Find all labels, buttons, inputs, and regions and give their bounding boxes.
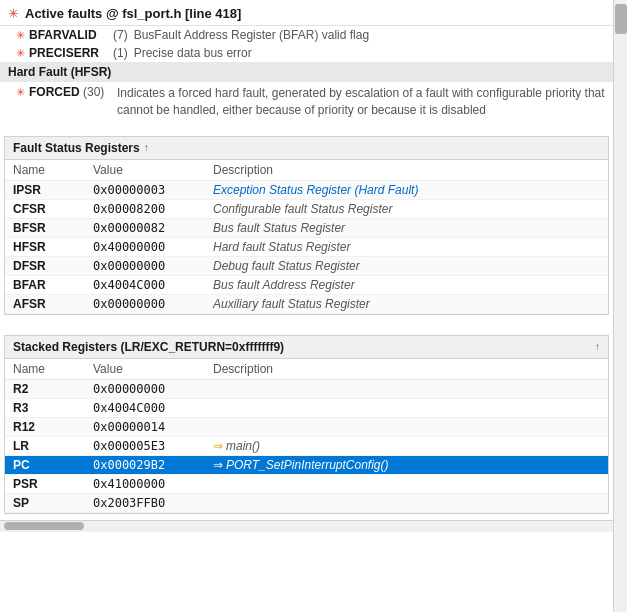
stacked-register-value: 0x2003FFB0 [85,493,205,512]
main-container[interactable]: ✳ Active faults @ fsl_port.h [line 418] … [0,0,627,612]
fault-status-table: Name Value Description IPSR0x00000003Exc… [5,160,608,314]
table-row[interactable]: BFAR0x4004C000Bus fault Address Register [5,275,608,294]
col-header-name: Name [5,160,85,181]
fault-name-forced: FORCED [29,85,79,99]
table-row[interactable]: DFSR0x00000000Debug fault Status Registe… [5,256,608,275]
horizontal-scrollbar[interactable] [0,520,613,532]
stacked-registers-tbody: R20x00000000R30x4004C000R120x00000014LR0… [5,379,608,512]
active-faults-title: Active faults @ fsl_port.h [line 418] [25,6,241,21]
col-header-description: Description [205,160,608,181]
stacked-register-description: ⇒main() [205,436,608,455]
register-value: 0x40000000 [85,237,205,256]
register-description: Configurable fault Status Register [205,199,608,218]
register-value: 0x4004C000 [85,275,205,294]
stacked-registers-title: Stacked Registers (LR/EXC_RETURN=0xfffff… [13,340,284,354]
stacked-register-name: R2 [5,379,85,398]
fault-desc-forced: Indicates a forced hard fault, generated… [117,85,619,119]
register-description: Debug fault Status Register [205,256,608,275]
register-name: BFSR [5,218,85,237]
table-row[interactable]: R20x00000000 [5,379,608,398]
fault-item-forced: ✳ FORCED (30) Indicates a forced hard fa… [0,82,627,122]
stacked-register-name: R12 [5,417,85,436]
stacked-register-description: ⇒PORT_SetPinInterruptConfig() [205,455,608,474]
fault-status-registers-header: Fault Status Registers ↑ [5,137,608,160]
bus-fault-items: ✳ BFARVALID (7) BusFault Address Registe… [0,26,627,62]
fault-value-preciserr: (1) [113,46,128,60]
stacked-register-value: 0x4004C000 [85,398,205,417]
table-row[interactable]: R30x4004C000 [5,398,608,417]
register-description: Bus fault Status Register [205,218,608,237]
hard-fault-subsection: Hard Fault (HFSR) [0,62,627,82]
stacked-register-name: SP [5,493,85,512]
fault-status-registers-section: Fault Status Registers ↑ Name Value Desc… [4,136,609,315]
arrow-icon: ⇒ [213,458,223,472]
fault-icon-preciserr: ✳ [16,47,25,60]
table-row[interactable]: PSR0x41000000 [5,474,608,493]
fault-item-preciserr: ✳ PRECISERR (1) Precise data bus error [0,44,627,62]
register-description: Bus fault Address Register [205,275,608,294]
fault-item-bfarvalid: ✳ BFARVALID (7) BusFault Address Registe… [0,26,627,44]
fault-status-table-header: Name Value Description [5,160,608,181]
table-row[interactable]: IPSR0x00000003Exception Status Register … [5,180,608,199]
stacked-col-value: Value [85,359,205,380]
stacked-registers-header: Stacked Registers (LR/EXC_RETURN=0xfffff… [5,336,608,359]
stacked-register-value: 0x000005E3 [85,436,205,455]
register-description: Hard fault Status Register [205,237,608,256]
stacked-register-value: 0x00000000 [85,379,205,398]
stacked-register-description [205,474,608,493]
register-value: 0x00008200 [85,199,205,218]
register-name: DFSR [5,256,85,275]
stacked-registers-table: Name Value Description R20x00000000R30x4… [5,359,608,513]
stacked-registers-header-row: Name Value Description [5,359,608,380]
register-description: Exception Status Register (Hard Fault) [205,180,608,199]
table-row[interactable]: AFSR0x00000000Auxiliary fault Status Reg… [5,294,608,313]
register-value: 0x00000082 [85,218,205,237]
stacked-registers-section: Stacked Registers (LR/EXC_RETURN=0xfffff… [4,335,609,514]
active-faults-header: ✳ Active faults @ fsl_port.h [line 418] [0,0,627,26]
register-name: CFSR [5,199,85,218]
stacked-register-name: R3 [5,398,85,417]
register-name: IPSR [5,180,85,199]
fault-desc-bfarvalid: BusFault Address Register (BFAR) valid f… [134,28,369,42]
stacked-register-name: LR [5,436,85,455]
table-row[interactable]: SP0x2003FFB0 [5,493,608,512]
register-name: HFSR [5,237,85,256]
stacked-register-description [205,398,608,417]
stacked-register-description [205,417,608,436]
stacked-col-name: Name [5,359,85,380]
active-faults-icon: ✳ [8,6,19,21]
register-name: AFSR [5,294,85,313]
register-value: 0x00000003 [85,180,205,199]
register-value: 0x00000000 [85,294,205,313]
fault-icon-forced: ✳ [16,86,25,99]
table-row[interactable]: LR0x000005E3⇒main() [5,436,608,455]
stacked-register-name: PC [5,455,85,474]
col-header-value: Value [85,160,205,181]
table-row[interactable]: BFSR0x00000082Bus fault Status Register [5,218,608,237]
hscrollbar-thumb[interactable] [4,522,84,530]
table-row[interactable]: CFSR0x00008200Configurable fault Status … [5,199,608,218]
desc-text: main() [226,439,260,453]
fault-name-preciserr: PRECISERR [29,46,109,60]
fault-status-tbody: IPSR0x00000003Exception Status Register … [5,180,608,313]
sort-icon[interactable]: ↑ [144,142,149,153]
desc-text: PORT_SetPinInterruptConfig() [226,458,389,472]
table-row[interactable]: PC0x000029B2⇒PORT_SetPinInterruptConfig(… [5,455,608,474]
stacked-register-value: 0x000029B2 [85,455,205,474]
sort-icon-stacked[interactable]: ↑ [595,341,600,352]
arrow-icon: ⇒ [213,439,223,453]
table-row[interactable]: HFSR0x40000000Hard fault Status Register [5,237,608,256]
register-value: 0x00000000 [85,256,205,275]
fault-icon-bfarvalid: ✳ [16,29,25,42]
table-row[interactable]: R120x00000014 [5,417,608,436]
fault-value-forced: (30) [83,85,113,99]
hard-fault-label: Hard Fault (HFSR) [8,65,111,79]
fault-name-bfarvalid: BFARVALID [29,28,109,42]
stacked-register-name: PSR [5,474,85,493]
fault-desc-preciserr: Precise data bus error [134,46,252,60]
fault-value-bfarvalid: (7) [113,28,128,42]
stacked-register-description [205,379,608,398]
register-description: Auxiliary fault Status Register [205,294,608,313]
stacked-col-desc: Description [205,359,608,380]
register-name: BFAR [5,275,85,294]
